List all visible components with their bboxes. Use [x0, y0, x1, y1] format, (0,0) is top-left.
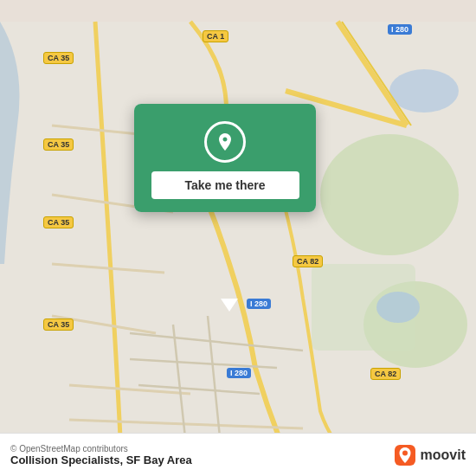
bottom-info-bar: © OpenStreetMap contributors Collision S…	[0, 433, 476, 476]
location-info: © OpenStreetMap contributors Collision S…	[10, 444, 192, 466]
badge-ca1: CA 1	[203, 30, 228, 42]
pin-icon-circle	[204, 121, 246, 163]
badge-ca35-2: CA 35	[43, 138, 74, 151]
svg-point-6	[389, 69, 459, 113]
badge-ca82-mid: CA 82	[293, 255, 323, 267]
take-me-there-button[interactable]: Take me there	[151, 171, 299, 199]
badge-i280-top: I 280	[388, 24, 412, 35]
popup-header: Take me there	[134, 104, 316, 212]
location-pin-icon	[215, 132, 235, 152]
osm-attribution: © OpenStreetMap contributors	[10, 444, 192, 453]
moovit-logo[interactable]: moovit	[393, 443, 466, 467]
badge-i280-bot: I 280	[227, 368, 251, 378]
badge-i280-mid: I 280	[247, 299, 271, 309]
location-popup: Take me there	[134, 104, 316, 212]
badge-ca35-3: CA 35	[43, 216, 74, 228]
svg-point-7	[376, 292, 420, 323]
svg-point-24	[402, 450, 408, 455]
moovit-pin-icon	[393, 443, 417, 467]
badge-ca35-1: CA 35	[43, 52, 74, 64]
moovit-text: moovit	[421, 447, 466, 463]
svg-point-3	[320, 134, 459, 255]
badge-ca82-bot: CA 82	[370, 368, 401, 380]
map-container: CA 35 CA 1 I 280 CA 35 CA 35 CA 82 I 280…	[0, 0, 476, 476]
map-background	[0, 0, 476, 476]
location-name: Collision Specialists, SF Bay Area	[10, 453, 192, 466]
badge-ca35-4: CA 35	[43, 318, 74, 331]
